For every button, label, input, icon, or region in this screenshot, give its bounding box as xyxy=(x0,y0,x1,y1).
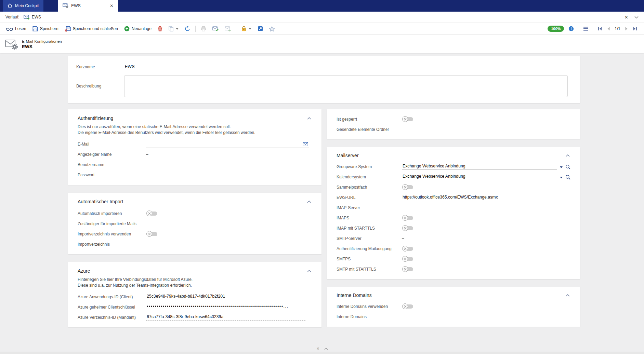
azure-hint-1: Hinterlegen Sie hier Ihre Verbindungsdat… xyxy=(78,277,312,283)
history-item-label: EWS xyxy=(32,15,41,19)
read-label: Lesen xyxy=(15,26,26,31)
azure-secret-value[interactable]: ••••••••••••••••••••••••••••••••••••••••… xyxy=(146,304,306,310)
smtp-starttls-toggle[interactable] xyxy=(403,267,413,271)
tab-label-cockpit: Mein Cockpit xyxy=(15,3,39,8)
lock-button[interactable] xyxy=(239,25,254,33)
sent-folder-label: Gesendete Elemente Ordner xyxy=(337,127,402,132)
last-page-icon[interactable] xyxy=(633,27,637,31)
tab-close-icon[interactable]: ✕ xyxy=(110,3,113,8)
history-item-ews[interactable]: EWS xyxy=(24,15,41,19)
delete-button[interactable] xyxy=(155,25,165,33)
mail-approve-button[interactable] xyxy=(210,25,221,33)
horizontal-scrollbar[interactable] xyxy=(0,352,644,354)
expand-panel-icon[interactable] xyxy=(324,348,328,350)
import-dir-input[interactable] xyxy=(146,241,309,248)
dropdown-caret-icon[interactable] xyxy=(560,166,563,168)
save-close-label: Speichern und schließen xyxy=(73,26,118,31)
field-smtp-starttls: SMTP mit STARTTLS xyxy=(337,264,570,274)
imap-starttls-toggle[interactable] xyxy=(403,226,413,230)
history-bar: Verlauf: EWS ✕ xyxy=(0,12,644,23)
groupware-label: Groupware-System xyxy=(337,164,402,169)
chevron-down-icon[interactable] xyxy=(634,16,639,18)
trash-icon xyxy=(158,26,162,31)
read-button[interactable]: Lesen xyxy=(3,25,29,32)
tab-mein-cockpit[interactable]: Mein Cockpit xyxy=(3,0,43,12)
dropdown-caret-icon[interactable] xyxy=(560,177,563,178)
favorite-button[interactable] xyxy=(266,25,277,33)
card-mailserver: Mailserver Groupware-System Exchange Web… xyxy=(327,147,580,279)
record-header: E-Mail-Konfigurationen EWS xyxy=(0,35,644,53)
auto-import-label: Automatisch importieren xyxy=(78,211,146,216)
mail-assign-button[interactable] xyxy=(222,25,234,33)
smtps-toggle[interactable] xyxy=(403,257,413,261)
toolbar: Lesen Speichern Speichern und schließen … xyxy=(0,23,644,35)
close-history-icon[interactable]: ✕ xyxy=(625,15,628,20)
username-label: Benutzername xyxy=(78,162,146,167)
search-icon[interactable] xyxy=(565,164,570,169)
save-close-button[interactable]: Speichern und schließen xyxy=(62,25,121,33)
prev-page-icon[interactable] xyxy=(607,27,610,31)
import-dir-label: Importverzeichnis xyxy=(78,242,146,247)
collapse-chevron-icon[interactable] xyxy=(565,294,570,297)
first-page-icon[interactable] xyxy=(598,27,602,31)
auth-outgoing-label: Authentifizierung Mailausgang xyxy=(337,246,402,251)
info-icon[interactable] xyxy=(568,26,574,31)
mail-forward-icon xyxy=(225,26,231,31)
azure-client-id-label: Azure Anwendungs-ID (Client) xyxy=(78,295,146,299)
domains-list-value: – xyxy=(402,314,404,319)
imaps-toggle[interactable] xyxy=(403,216,413,220)
use-domains-toggle[interactable] xyxy=(403,304,413,309)
close-panel-icon[interactable]: ✕ xyxy=(316,346,319,351)
calendar-select[interactable]: Exchange Webservice Anbindung xyxy=(402,174,557,180)
groupware-select[interactable]: Exchange Webservice Anbindung xyxy=(402,164,557,170)
collapse-chevron-icon[interactable] xyxy=(306,117,312,120)
sent-folder-input[interactable] xyxy=(402,126,570,133)
new-record-button[interactable]: Neuanlage xyxy=(121,25,154,33)
field-use-import-dir: Importverzeichnis verwenden xyxy=(78,229,312,239)
home-icon xyxy=(8,3,12,9)
email-input[interactable] xyxy=(146,140,309,148)
auto-import-toggle[interactable] xyxy=(147,212,157,216)
auth-hint-2: Die eigene E-Mail-Adresse des Benutzers … xyxy=(78,130,312,136)
collapse-chevron-icon[interactable] xyxy=(565,154,570,158)
copy-button[interactable] xyxy=(166,25,181,33)
beschreibung-textarea[interactable] xyxy=(124,75,568,97)
next-page-icon[interactable] xyxy=(625,27,628,31)
card-status: Ist gesperrt Gesendete Elemente Ordner xyxy=(327,109,580,139)
azure-tenant-id-value[interactable]: 67ca77fa-348c-3f8r-9eba-kusw64c0239a xyxy=(146,314,306,321)
shortcut-button[interactable] xyxy=(255,25,266,33)
field-smtp-server: SMTP-Server – xyxy=(337,233,570,244)
field-auto-import: Automatisch importieren xyxy=(78,208,312,219)
locked-toggle[interactable] xyxy=(403,117,413,121)
locked-label: Ist gesperrt xyxy=(337,117,402,122)
search-icon[interactable] xyxy=(565,175,570,180)
field-imap-server: IMAP-Server – xyxy=(337,203,570,213)
ews-url-input[interactable] xyxy=(402,194,570,201)
auth-outgoing-toggle[interactable] xyxy=(403,247,413,251)
print-button[interactable] xyxy=(198,25,209,33)
shared-mailbox-label: Sammelpostfach xyxy=(337,185,402,190)
tab-ews[interactable]: EWS ✕ xyxy=(58,0,118,12)
field-azure-secret: Azure geheimer Clientschlüssel •••••••••… xyxy=(78,302,312,312)
refresh-button[interactable] xyxy=(182,25,193,33)
form-content: Kurzname Beschreibung Authentifizierung xyxy=(0,53,644,352)
shared-mailbox-toggle[interactable] xyxy=(403,185,413,189)
field-imaps: IMAPS xyxy=(337,213,570,223)
card-interne-domains: Interne Domains Interne Domains verwende… xyxy=(327,287,580,327)
field-groupware: Groupware-System Exchange Webservice Anb… xyxy=(337,162,570,172)
calendar-label: Kalendersystem xyxy=(337,175,402,179)
field-smtps: SMTPS xyxy=(337,254,570,264)
section-title-auth: Authentifizierung xyxy=(78,115,113,121)
kurzname-label: Kurzname xyxy=(76,65,124,69)
save-button[interactable]: Speichern xyxy=(30,25,61,33)
collapse-chevron-icon[interactable] xyxy=(306,269,312,273)
azure-client-id-value[interactable]: 25c3e948-79ks-4abd-b817-4dk017b2f201 xyxy=(146,294,306,300)
mail-icon xyxy=(24,15,30,19)
use-import-dir-label: Importverzeichnis verwenden xyxy=(78,232,146,236)
domains-list-label: Interne Domains xyxy=(337,314,402,319)
collapse-chevron-icon[interactable] xyxy=(306,200,312,204)
menu-icon[interactable] xyxy=(583,27,589,31)
use-import-dir-toggle[interactable] xyxy=(147,232,157,236)
kurzname-input[interactable] xyxy=(124,63,568,71)
toggle-knob xyxy=(402,246,408,251)
